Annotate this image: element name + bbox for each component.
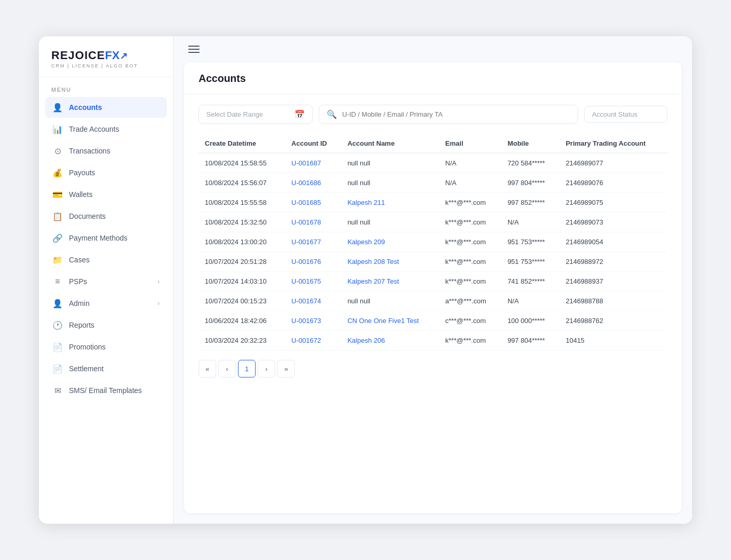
sidebar-item-settlement[interactable]: 📄 Settlement [45, 358, 167, 379]
logo: REJOICE FX↗ CRM | LICENSE | ALGO BOT [39, 36, 173, 77]
cell-pta: 2146988937 [559, 272, 667, 291]
sidebar-item-label: Settlement [69, 365, 104, 373]
account-name-link[interactable]: CN One One Five1 Test [347, 317, 419, 325]
cell-account-id[interactable]: U-001674 [285, 291, 341, 311]
sidebar-item-transactions[interactable]: ⊙ Transactions [45, 141, 167, 161]
date-range-label: Select Date Range [206, 110, 289, 118]
pagination-first[interactable]: « [199, 360, 216, 377]
pagination-last[interactable]: » [277, 360, 295, 377]
sidebar-item-admin[interactable]: 👤 Admin › [45, 293, 167, 314]
cell-account-id[interactable]: U-001676 [285, 252, 341, 272]
cell-mobile: 997 804***** [501, 331, 559, 351]
cell-mobile: N/A [501, 213, 559, 232]
table-row: 10/03/2024 20:32:23 U-001672 Kalpesh 206… [199, 331, 667, 351]
account-name-link[interactable]: Kalpesh 211 [347, 199, 385, 206]
cell-account-name[interactable]: Kalpesh 207 Test [341, 272, 439, 291]
sidebar-item-promotions[interactable]: 📄 Promotions [45, 337, 167, 357]
sidebar-item-documents[interactable]: 📋 Documents [45, 206, 167, 227]
cell-mobile: 100 000***** [501, 311, 559, 331]
cell-account-id[interactable]: U-001687 [285, 153, 341, 173]
cell-email: k***@***.com [439, 252, 501, 272]
main-content: Accounts Select Date Range 📅 🔍 Account S… [174, 36, 692, 524]
status-filter-label: Account Status [592, 110, 637, 118]
sidebar-item-psps[interactable]: ≡ PSPs › [45, 271, 167, 292]
cell-account-name[interactable]: Kalpesh 211 [341, 193, 439, 213]
sidebar-item-label: Trade Accounts [69, 125, 119, 133]
sidebar: REJOICE FX↗ CRM | LICENSE | ALGO BOT MEN… [39, 36, 174, 524]
filters-row: Select Date Range 📅 🔍 Account Status [199, 105, 667, 124]
cell-account-id[interactable]: U-001686 [285, 173, 341, 193]
account-id-link[interactable]: U-001674 [291, 297, 321, 305]
cell-datetime: 10/08/2024 15:58:55 [199, 153, 285, 173]
account-id-link[interactable]: U-001672 [291, 337, 321, 344]
cell-pta: 2146988788 [559, 291, 667, 311]
cell-account-name: null null [341, 173, 439, 193]
chevron-icon: › [158, 278, 160, 285]
account-name-link[interactable]: Kalpesh 206 [347, 337, 385, 344]
cell-account-name[interactable]: Kalpesh 209 [341, 232, 439, 252]
cell-datetime: 10/03/2024 20:32:23 [199, 331, 285, 351]
cell-account-name[interactable]: Kalpesh 208 Test [341, 252, 439, 272]
cell-account-id[interactable]: U-001678 [285, 213, 341, 232]
search-input[interactable] [342, 110, 570, 118]
account-id-link[interactable]: U-001685 [291, 199, 321, 206]
cell-account-name[interactable]: Kalpesh 206 [341, 331, 439, 351]
date-range-picker[interactable]: Select Date Range 📅 [199, 105, 313, 124]
cell-account-name: null null [341, 153, 439, 173]
cell-account-id[interactable]: U-001673 [285, 311, 341, 331]
account-id-link[interactable]: U-001675 [291, 277, 321, 285]
table-col-header: Primary Trading Account [559, 134, 667, 153]
cell-email: k***@***.com [439, 232, 501, 252]
sidebar-item-payment-methods[interactable]: 🔗 Payment Methods [45, 228, 167, 248]
sidebar-item-trade-accounts[interactable]: 📊 Trade Accounts [45, 119, 167, 139]
cell-account-id[interactable]: U-001672 [285, 331, 341, 351]
sidebar-item-label: Cases [69, 256, 90, 264]
account-id-link[interactable]: U-001687 [291, 159, 321, 167]
search-box[interactable]: 🔍 [319, 105, 578, 124]
account-name-link[interactable]: Kalpesh 207 Test [347, 277, 399, 285]
sms-email-templates-icon: ✉ [52, 385, 63, 396]
account-id-link[interactable]: U-001678 [291, 218, 321, 226]
cell-account-id[interactable]: U-001675 [285, 272, 341, 291]
cell-account-name[interactable]: CN One One Five1 Test [341, 311, 439, 331]
account-id-link[interactable]: U-001676 [291, 258, 321, 265]
sidebar-item-accounts[interactable]: 👤 Accounts [45, 97, 167, 118]
cell-mobile: 997 852***** [501, 193, 559, 213]
account-name-link[interactable]: Kalpesh 209 [347, 238, 385, 246]
cell-datetime: 10/08/2024 15:32:50 [199, 213, 285, 232]
cell-mobile: 951 753***** [501, 252, 559, 272]
accounts-icon: 👤 [52, 102, 63, 113]
account-id-link[interactable]: U-001673 [291, 317, 321, 325]
table-col-header: Mobile [501, 134, 559, 153]
cell-datetime: 10/08/2024 15:56:07 [199, 173, 285, 193]
sidebar-item-label: Payouts [69, 169, 95, 177]
sidebar-item-payouts[interactable]: 💰 Payouts [45, 162, 167, 183]
hamburger-menu[interactable] [188, 46, 200, 53]
cell-mobile: N/A [501, 291, 559, 311]
pagination-prev[interactable]: ‹ [218, 360, 236, 377]
pagination-current[interactable]: 1 [238, 360, 256, 377]
cell-email: k***@***.com [439, 213, 501, 232]
cell-datetime: 10/07/2024 00:15:23 [199, 291, 285, 311]
sidebar-item-label: Promotions [69, 343, 106, 351]
account-id-link[interactable]: U-001686 [291, 179, 321, 187]
sidebar-item-reports[interactable]: 🕐 Reports [45, 315, 167, 335]
status-filter[interactable]: Account Status [584, 106, 667, 123]
search-icon: 🔍 [327, 109, 337, 119]
chevron-icon: › [158, 300, 160, 307]
cell-account-id[interactable]: U-001685 [285, 193, 341, 213]
account-id-link[interactable]: U-001677 [291, 238, 321, 246]
account-name-link[interactable]: Kalpesh 208 Test [347, 258, 399, 265]
pagination-next[interactable]: › [258, 360, 275, 377]
sidebar-item-label: SMS/ Email Templates [69, 386, 142, 395]
sidebar-item-sms-email-templates[interactable]: ✉ SMS/ Email Templates [45, 380, 167, 401]
cell-account-id[interactable]: U-001677 [285, 232, 341, 252]
sidebar-item-cases[interactable]: 📁 Cases [45, 249, 167, 270]
panel-body: Select Date Range 📅 🔍 Account Status Cre… [184, 94, 682, 513]
table-row: 10/08/2024 15:55:58 U-001685 Kalpesh 211… [199, 193, 667, 213]
table-header: Create DatetimeAccount IDAccount NameEma… [199, 134, 667, 153]
sidebar-item-wallets[interactable]: 💳 Wallets [45, 184, 167, 205]
cases-icon: 📁 [52, 255, 63, 265]
admin-icon: 👤 [52, 298, 63, 309]
cell-pta: 2146989054 [559, 232, 667, 252]
